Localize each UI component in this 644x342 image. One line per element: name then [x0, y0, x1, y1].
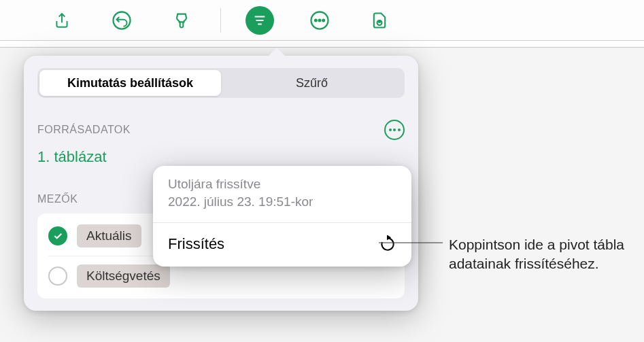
source-more-button[interactable] — [384, 120, 405, 140]
field-tag: Aktuális — [77, 224, 141, 247]
refresh-icon — [379, 235, 396, 253]
checkbox-checked-icon[interactable] — [48, 226, 67, 245]
refresh-popover: Utoljára frissítve 2022. július 23. 19:5… — [153, 166, 411, 267]
source-data-label: FORRÁSADATOK — [37, 124, 131, 136]
last-updated-label: Utoljára frissítve — [168, 175, 396, 193]
format-brush-icon[interactable] — [167, 6, 196, 35]
tab-segmented-control: Kimutatás beállítások Szűrő — [37, 68, 405, 98]
divider — [220, 8, 221, 33]
last-updated-value: 2022. július 23. 19:51-kor — [168, 193, 396, 211]
undo-icon[interactable] — [107, 6, 136, 35]
refresh-label: Frissítés — [168, 235, 224, 253]
source-data-header: FORRÁSADATOK — [37, 120, 405, 140]
tab-filter[interactable]: Szűrő — [221, 70, 403, 96]
svg-point-7 — [322, 19, 324, 21]
checkbox-unchecked-icon[interactable] — [48, 267, 67, 286]
callout: Koppintson ide a pivot tábla adatainak f… — [449, 235, 632, 274]
fields-label: MEZŐK — [37, 193, 78, 205]
sheet-border — [0, 41, 644, 48]
svg-point-6 — [319, 19, 321, 21]
last-updated-block: Utoljára frissítve 2022. július 23. 19:5… — [153, 166, 411, 223]
pivot-options-popover: Kimutatás beállítások Szűrő FORRÁSADATOK… — [24, 56, 418, 311]
toolbar — [0, 0, 644, 41]
refresh-button[interactable]: Frissítés — [153, 223, 411, 267]
source-table-link[interactable]: 1. táblázat — [37, 148, 405, 166]
ellipsis-icon — [389, 129, 401, 131]
collaborate-icon[interactable] — [365, 6, 394, 35]
svg-point-9 — [379, 20, 381, 22]
svg-point-0 — [114, 12, 131, 29]
tab-pivot-options[interactable]: Kimutatás beállítások — [39, 70, 221, 96]
share-icon[interactable] — [48, 6, 76, 35]
callout-text: Koppintson ide a pivot tábla adatainak f… — [449, 235, 632, 274]
more-icon[interactable] — [305, 6, 334, 35]
svg-point-5 — [315, 19, 317, 21]
organize-icon[interactable] — [245, 6, 274, 35]
field-tag: Költségvetés — [77, 264, 170, 288]
